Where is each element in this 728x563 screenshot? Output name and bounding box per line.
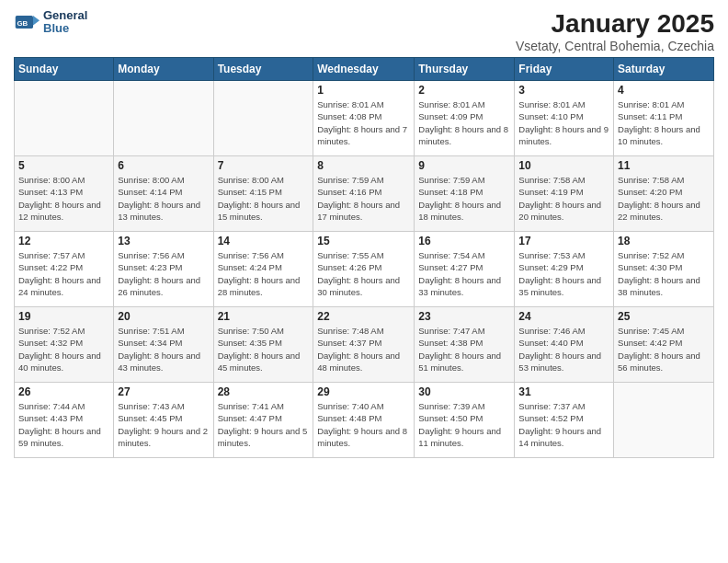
dow-wednesday: Wednesday	[313, 58, 415, 81]
calendar-cell: 11Sunrise: 7:58 AM Sunset: 4:20 PM Dayli…	[614, 156, 714, 232]
day-info: Sunrise: 7:40 AM Sunset: 4:48 PM Dayligh…	[317, 400, 410, 449]
calendar-cell: 29Sunrise: 7:40 AM Sunset: 4:48 PM Dayli…	[313, 383, 415, 458]
day-number: 5	[18, 159, 109, 172]
logo-line1: General	[43, 9, 87, 22]
calendar-cell: 21Sunrise: 7:50 AM Sunset: 4:35 PM Dayli…	[213, 307, 313, 383]
day-info: Sunrise: 7:56 AM Sunset: 4:24 PM Dayligh…	[218, 249, 310, 298]
day-info: Sunrise: 7:46 AM Sunset: 4:40 PM Dayligh…	[518, 325, 609, 373]
calendar-cell: 30Sunrise: 7:39 AM Sunset: 4:50 PM Dayli…	[415, 383, 515, 458]
day-number: 4	[618, 84, 710, 97]
day-info: Sunrise: 7:43 AM Sunset: 4:45 PM Dayligh…	[118, 400, 209, 449]
calendar-cell	[15, 81, 114, 156]
day-info: Sunrise: 8:00 AM Sunset: 4:14 PM Dayligh…	[118, 174, 209, 223]
day-info: Sunrise: 7:59 AM Sunset: 4:16 PM Dayligh…	[317, 174, 410, 223]
svg-text:GB: GB	[17, 19, 28, 28]
day-info: Sunrise: 7:57 AM Sunset: 4:22 PM Dayligh…	[18, 249, 109, 298]
day-info: Sunrise: 7:56 AM Sunset: 4:23 PM Dayligh…	[118, 249, 209, 298]
calendar-cell	[114, 81, 213, 156]
day-number: 25	[618, 310, 710, 323]
calendar-cell: 28Sunrise: 7:41 AM Sunset: 4:47 PM Dayli…	[213, 383, 313, 458]
calendar-cell: 19Sunrise: 7:52 AM Sunset: 4:32 PM Dayli…	[15, 307, 114, 383]
day-info: Sunrise: 7:45 AM Sunset: 4:42 PM Dayligh…	[618, 325, 710, 373]
day-info: Sunrise: 7:47 AM Sunset: 4:38 PM Dayligh…	[418, 325, 510, 373]
day-number: 21	[218, 310, 310, 323]
calendar-cell: 26Sunrise: 7:44 AM Sunset: 4:43 PM Dayli…	[15, 383, 114, 458]
day-number: 26	[18, 385, 109, 398]
svg-marker-1	[33, 16, 40, 26]
day-info: Sunrise: 7:48 AM Sunset: 4:37 PM Dayligh…	[317, 325, 410, 373]
day-info: Sunrise: 7:41 AM Sunset: 4:47 PM Dayligh…	[218, 400, 310, 449]
day-number: 7	[218, 159, 310, 172]
calendar-cell: 6Sunrise: 8:00 AM Sunset: 4:14 PM Daylig…	[114, 156, 213, 232]
calendar-cell: 10Sunrise: 7:58 AM Sunset: 4:19 PM Dayli…	[515, 156, 614, 232]
day-info: Sunrise: 8:00 AM Sunset: 4:15 PM Dayligh…	[218, 174, 310, 223]
dow-monday: Monday	[114, 58, 213, 81]
day-number: 31	[518, 385, 609, 398]
calendar-cell: 3Sunrise: 8:01 AM Sunset: 4:10 PM Daylig…	[515, 81, 614, 156]
calendar-cell: 18Sunrise: 7:52 AM Sunset: 4:30 PM Dayli…	[614, 232, 714, 307]
day-info: Sunrise: 7:39 AM Sunset: 4:50 PM Dayligh…	[418, 400, 510, 449]
day-of-week-header: SundayMondayTuesdayWednesdayThursdayFrid…	[15, 58, 714, 81]
day-info: Sunrise: 7:59 AM Sunset: 4:18 PM Dayligh…	[418, 174, 510, 223]
title-block: January 2025 Vsetaty, Central Bohemia, C…	[516, 9, 714, 53]
dow-sunday: Sunday	[15, 58, 114, 81]
day-info: Sunrise: 8:00 AM Sunset: 4:13 PM Dayligh…	[18, 174, 109, 223]
calendar-cell: 15Sunrise: 7:55 AM Sunset: 4:26 PM Dayli…	[313, 232, 415, 307]
day-number: 10	[518, 159, 609, 172]
day-info: Sunrise: 7:55 AM Sunset: 4:26 PM Dayligh…	[317, 249, 410, 298]
day-number: 11	[618, 159, 710, 172]
location-title: Vsetaty, Central Bohemia, Czechia	[516, 39, 714, 53]
day-number: 27	[118, 385, 209, 398]
day-number: 6	[118, 159, 209, 172]
calendar-cell: 20Sunrise: 7:51 AM Sunset: 4:34 PM Dayli…	[114, 307, 213, 383]
calendar-cell: 23Sunrise: 7:47 AM Sunset: 4:38 PM Dayli…	[415, 307, 515, 383]
calendar-cell: 4Sunrise: 8:01 AM Sunset: 4:11 PM Daylig…	[614, 81, 714, 156]
calendar-cell: 13Sunrise: 7:56 AM Sunset: 4:23 PM Dayli…	[114, 232, 213, 307]
day-number: 30	[418, 385, 510, 398]
dow-tuesday: Tuesday	[213, 58, 313, 81]
calendar-cell: 1Sunrise: 8:01 AM Sunset: 4:08 PM Daylig…	[313, 81, 415, 156]
day-number: 9	[418, 159, 510, 172]
day-info: Sunrise: 7:52 AM Sunset: 4:30 PM Dayligh…	[618, 249, 710, 298]
day-number: 17	[518, 235, 609, 247]
day-number: 28	[218, 385, 310, 398]
day-info: Sunrise: 8:01 AM Sunset: 4:08 PM Dayligh…	[317, 98, 410, 147]
calendar-cell: 27Sunrise: 7:43 AM Sunset: 4:45 PM Dayli…	[114, 383, 213, 458]
day-number: 3	[518, 84, 609, 97]
calendar-cell: 9Sunrise: 7:59 AM Sunset: 4:18 PM Daylig…	[415, 156, 515, 232]
day-info: Sunrise: 7:50 AM Sunset: 4:35 PM Dayligh…	[218, 325, 310, 373]
day-number: 29	[317, 385, 410, 398]
day-number: 19	[18, 310, 109, 323]
dow-thursday: Thursday	[415, 58, 515, 81]
day-info: Sunrise: 8:01 AM Sunset: 4:09 PM Dayligh…	[418, 98, 510, 147]
day-number: 15	[317, 235, 410, 247]
day-info: Sunrise: 7:37 AM Sunset: 4:52 PM Dayligh…	[518, 400, 609, 449]
day-number: 24	[518, 310, 609, 323]
day-number: 1	[317, 84, 410, 97]
day-info: Sunrise: 7:44 AM Sunset: 4:43 PM Dayligh…	[18, 400, 109, 449]
day-info: Sunrise: 8:01 AM Sunset: 4:10 PM Dayligh…	[518, 98, 609, 147]
day-info: Sunrise: 7:54 AM Sunset: 4:27 PM Dayligh…	[418, 249, 510, 298]
calendar-cell: 16Sunrise: 7:54 AM Sunset: 4:27 PM Dayli…	[415, 232, 515, 307]
calendar-cell	[213, 81, 313, 156]
calendar-cell: 12Sunrise: 7:57 AM Sunset: 4:22 PM Dayli…	[15, 232, 114, 307]
calendar-cell: 25Sunrise: 7:45 AM Sunset: 4:42 PM Dayli…	[614, 307, 714, 383]
day-info: Sunrise: 7:58 AM Sunset: 4:20 PM Dayligh…	[618, 174, 710, 223]
calendar-cell: 8Sunrise: 7:59 AM Sunset: 4:16 PM Daylig…	[313, 156, 415, 232]
day-info: Sunrise: 7:52 AM Sunset: 4:32 PM Dayligh…	[18, 325, 109, 373]
calendar-cell: 24Sunrise: 7:46 AM Sunset: 4:40 PM Dayli…	[515, 307, 614, 383]
calendar-cell	[614, 383, 714, 458]
logo-line2: Blue	[43, 22, 87, 35]
day-info: Sunrise: 7:58 AM Sunset: 4:19 PM Dayligh…	[518, 174, 609, 223]
day-number: 23	[418, 310, 510, 323]
logo-icon: GB	[14, 9, 40, 35]
day-number: 12	[18, 235, 109, 247]
logo: GB General Blue	[14, 9, 87, 36]
calendar-cell: 17Sunrise: 7:53 AM Sunset: 4:29 PM Dayli…	[515, 232, 614, 307]
calendar-cell: 31Sunrise: 7:37 AM Sunset: 4:52 PM Dayli…	[515, 383, 614, 458]
day-number: 16	[418, 235, 510, 247]
day-number: 2	[418, 84, 510, 97]
calendar-cell: 5Sunrise: 8:00 AM Sunset: 4:13 PM Daylig…	[15, 156, 114, 232]
day-number: 18	[618, 235, 710, 247]
day-number: 20	[118, 310, 209, 323]
